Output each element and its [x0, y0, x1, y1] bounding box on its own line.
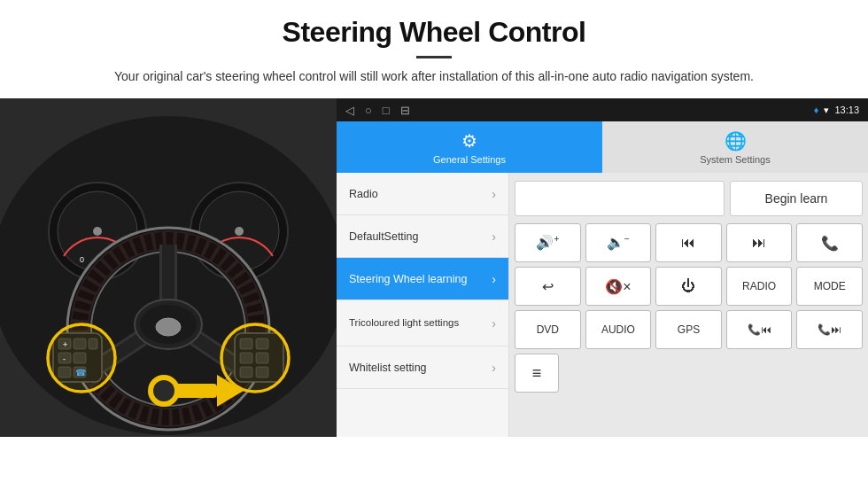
hang-up-button[interactable]: ↩: [515, 267, 581, 306]
svg-point-42: [48, 324, 115, 392]
power-button[interactable]: ⏻: [655, 267, 722, 306]
controls-bottom-row: ≡: [515, 354, 863, 393]
page-header: Steering Wheel Control Your original car…: [0, 0, 868, 95]
mode-button[interactable]: MODE: [796, 267, 863, 306]
controls-panel: Begin learn 🔊+ 🔈− ⏮ ⏭: [509, 173, 868, 437]
phone-icon: 📞: [821, 235, 839, 252]
next-track-button[interactable]: ⏭: [726, 223, 793, 262]
chevron-right-icon: ›: [492, 316, 496, 331]
audio-button[interactable]: AUDIO: [585, 310, 652, 349]
dvd-label: DVD: [537, 323, 559, 336]
page-title: Steering Wheel Control: [35, 16, 833, 49]
menu-default-label: DefaultSetting: [349, 230, 419, 243]
main-content: 0 120: [0, 98, 868, 437]
general-settings-label: General Settings: [433, 154, 506, 165]
location-icon: ♦: [814, 105, 819, 115]
volume-up-button[interactable]: 🔊+: [515, 223, 581, 262]
menu-icon-button[interactable]: ≡: [515, 354, 559, 393]
mute-icon: 🔇×: [605, 278, 631, 295]
nav-home-icon[interactable]: ○: [365, 104, 372, 117]
menu-item-radio[interactable]: Radio ›: [337, 173, 508, 215]
top-tabs: ⚙ General Settings 🌐 System Settings: [337, 121, 868, 173]
hamburger-icon: ≡: [532, 364, 542, 383]
begin-learn-row: Begin learn: [515, 178, 863, 219]
status-bar: ◁ ○ □ ⊟ ♦ ▾ 13:13: [337, 98, 868, 121]
chevron-right-icon: ›: [492, 230, 496, 244]
prev-track-button[interactable]: ⏮: [655, 223, 722, 262]
begin-learn-button[interactable]: Begin learn: [730, 181, 863, 216]
svg-point-43: [221, 324, 289, 392]
phone-prev-button[interactable]: 📞⏮: [726, 310, 793, 349]
menu-whitelist-label: Whitelist setting: [349, 362, 427, 374]
phone-next-icon: 📞⏭: [818, 323, 841, 336]
nav-back-icon[interactable]: ◁: [345, 104, 354, 117]
menu-radio-label: Radio: [349, 188, 378, 200]
nav-extra-icon[interactable]: ⊟: [400, 104, 410, 117]
svg-text:0: 0: [80, 255, 84, 264]
vol-up-icon: 🔊+: [536, 234, 559, 251]
controls-row-1: 🔊+ 🔈− ⏮ ⏭ 📞: [515, 223, 863, 262]
mode-label: MODE: [814, 280, 846, 292]
hang-up-icon: ↩: [542, 278, 554, 295]
tab-general[interactable]: ⚙ General Settings: [337, 121, 602, 173]
power-icon: ⏻: [681, 278, 695, 294]
page-subtitle: Your original car's steering wheel contr…: [35, 67, 833, 86]
phone-next-button[interactable]: 📞⏭: [796, 310, 863, 349]
android-ui: ◁ ○ □ ⊟ ♦ ▾ 13:13 ⚙ General Settings 🌐 S…: [337, 98, 868, 437]
menu-steering-label: Steering Wheel learning: [349, 273, 467, 285]
status-bar-right: ♦ ▾ 13:13: [814, 105, 859, 116]
menu-tricoloured-label: Tricoloured light settings: [349, 316, 492, 330]
signal-icon: ▾: [824, 105, 829, 116]
svg-point-4: [93, 227, 102, 236]
chevron-right-icon: ›: [492, 187, 496, 201]
svg-point-9: [235, 227, 244, 236]
svg-point-23: [156, 318, 181, 336]
title-divider: [416, 56, 452, 58]
chevron-right-icon: ›: [492, 361, 496, 375]
steering-wheel-image: 0 120: [0, 98, 337, 437]
controls-row-2: ↩ 🔇× ⏻ RADIO MODE: [515, 267, 863, 306]
general-settings-icon: ⚙: [461, 130, 477, 152]
gps-label: GPS: [678, 323, 700, 336]
svg-point-47: [153, 380, 174, 401]
radio-label: RADIO: [742, 280, 776, 292]
chevron-right-icon: ›: [492, 272, 496, 286]
next-track-icon: ⏭: [752, 235, 766, 251]
status-bar-nav: ◁ ○ □ ⊟: [345, 104, 410, 117]
learn-input-field[interactable]: [515, 181, 725, 216]
clock: 13:13: [834, 105, 859, 115]
radio-button[interactable]: RADIO: [726, 267, 793, 306]
dvd-button[interactable]: DVD: [515, 310, 581, 349]
system-settings-icon: 🌐: [725, 130, 747, 152]
volume-down-button[interactable]: 🔈−: [585, 223, 652, 262]
gps-button[interactable]: GPS: [655, 310, 722, 349]
system-settings-label: System Settings: [700, 154, 770, 165]
controls-row-3: DVD AUDIO GPS 📞⏮ 📞⏭: [515, 310, 863, 349]
phone-prev-icon: 📞⏮: [748, 323, 771, 336]
phone-button[interactable]: 📞: [796, 223, 863, 262]
mute-button[interactable]: 🔇×: [585, 267, 652, 306]
tab-system[interactable]: 🌐 System Settings: [602, 121, 868, 173]
menu-item-default[interactable]: DefaultSetting ›: [337, 215, 508, 258]
menu-item-tricoloured[interactable]: Tricoloured light settings ›: [337, 300, 508, 346]
menu-item-steering[interactable]: Steering Wheel learning ›: [337, 258, 508, 300]
content-area: Radio › DefaultSetting › Steering Wheel …: [337, 173, 868, 437]
prev-track-icon: ⏮: [681, 235, 695, 251]
audio-label: AUDIO: [601, 323, 635, 336]
nav-square-icon[interactable]: □: [383, 104, 390, 117]
menu-list: Radio › DefaultSetting › Steering Wheel …: [337, 173, 509, 437]
menu-item-whitelist[interactable]: Whitelist setting ›: [337, 346, 508, 389]
vol-down-icon: 🔈−: [607, 234, 630, 251]
